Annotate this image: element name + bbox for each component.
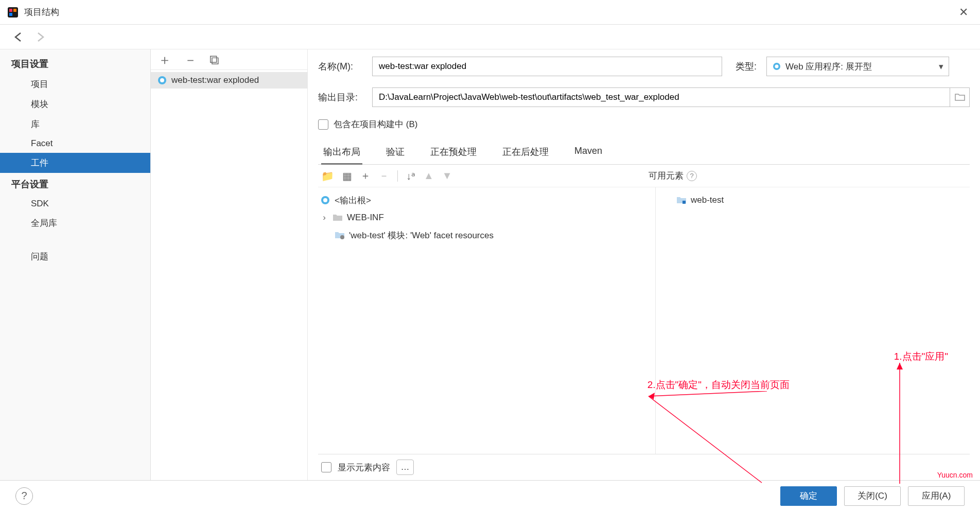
window-close-icon[interactable]: ✕: [955, 6, 972, 19]
output-dir-input[interactable]: [372, 87, 950, 107]
tree-facet-label[interactable]: 'web-test' 模块: 'Web' facet resources: [349, 230, 494, 241]
ok-button[interactable]: 确定: [780, 486, 837, 506]
name-label: 名称(M):: [318, 60, 372, 73]
sidebar-item-modules[interactable]: 模块: [0, 94, 150, 114]
back-arrow-icon[interactable]: [12, 31, 25, 43]
artifact-list-label: web-test:war exploded: [171, 75, 259, 85]
help-icon[interactable]: ?: [687, 171, 697, 181]
layout-toolbar: 📁 ▦ ＋ － ↓ᵃ ▲ ▼ 可用元素 ?: [318, 165, 970, 187]
type-label: 类型:: [736, 60, 766, 73]
name-input[interactable]: [372, 57, 722, 76]
folder-icon: [332, 213, 343, 223]
available-elements-label: 可用元素: [649, 170, 684, 182]
show-content-label: 显示元素内容: [338, 462, 390, 473]
add-copy-icon[interactable]: ＋: [360, 169, 371, 183]
available-elements-header: 可用元素 ?: [649, 170, 970, 182]
tab-output-layout[interactable]: 输出布局: [321, 140, 362, 165]
show-content-checkbox[interactable]: [321, 462, 331, 472]
remove-item-icon[interactable]: －: [379, 169, 389, 183]
new-folder-icon[interactable]: 📁: [321, 170, 334, 182]
artifact-toolbar: ＋ － ⧉: [151, 49, 307, 70]
sidebar-header-platform-settings: 平台设置: [0, 173, 150, 195]
available-tree: web-test: [656, 187, 970, 454]
forward-arrow-icon[interactable]: [34, 31, 46, 43]
copy-icon[interactable]: ⧉: [209, 53, 219, 66]
sidebar: 项目设置 项目 模块 库 Facet 工件 平台设置 SDK 全局库 问题: [0, 49, 151, 480]
sidebar-item-project[interactable]: 项目: [0, 74, 150, 94]
browse-folder-button[interactable]: [950, 87, 970, 107]
facet-folder-icon: [335, 230, 345, 240]
new-archive-icon[interactable]: ▦: [342, 170, 352, 182]
folder-icon: [955, 93, 965, 101]
module-folder-icon: [676, 195, 687, 205]
show-more-button[interactable]: …: [396, 460, 414, 475]
apply-button[interactable]: 应用(A): [908, 486, 965, 506]
type-select[interactable]: Web 应用程序: 展开型 ▾: [766, 57, 949, 76]
sidebar-item-libraries[interactable]: 库: [0, 114, 150, 134]
svg-point-10: [340, 235, 344, 239]
web-artifact-icon: [157, 75, 167, 85]
move-down-icon[interactable]: ▼: [442, 170, 452, 182]
chevron-down-icon: ▾: [939, 61, 943, 72]
output-tree: <输出根> › WEB-INF 'web-test' 模块: 'Web' fac…: [318, 187, 656, 454]
sort-icon[interactable]: ↓ᵃ: [406, 170, 415, 182]
sidebar-item-facet[interactable]: Facet: [0, 134, 150, 153]
output-dir-label: 输出目录:: [318, 91, 372, 103]
content-panel: 名称(M): 类型: Web 应用程序: 展开型 ▾ 输出目录: 包含在项目构建…: [308, 49, 980, 480]
svg-rect-3: [9, 13, 12, 16]
svg-rect-2: [13, 9, 16, 12]
svg-point-7: [775, 65, 779, 68]
tree-webinf-label[interactable]: WEB-INF: [347, 213, 384, 223]
tabs: 输出布局 验证 正在预处理 正在后处理 Maven: [318, 140, 970, 165]
include-build-checkbox[interactable]: [318, 119, 328, 130]
type-value: Web 应用程序: 展开型: [785, 61, 872, 73]
watermark: Yuucn.com: [937, 471, 973, 479]
nav-row: [0, 25, 980, 49]
web-type-icon: [772, 62, 781, 71]
sidebar-header-project-settings: 项目设置: [0, 52, 150, 74]
titlebar: 项目结构 ✕: [0, 0, 980, 25]
remove-icon[interactable]: －: [184, 53, 197, 66]
tab-preprocess[interactable]: 正在预处理: [428, 140, 479, 164]
close-button[interactable]: 关闭(C): [844, 486, 901, 506]
svg-point-5: [160, 78, 164, 82]
artifact-list-panel: ＋ － ⧉ web-test:war exploded: [151, 49, 308, 480]
root-icon: [320, 195, 330, 205]
svg-rect-1: [9, 9, 12, 12]
svg-point-9: [323, 198, 327, 202]
sidebar-item-artifacts[interactable]: 工件: [0, 153, 150, 173]
svg-rect-11: [682, 201, 686, 204]
tab-validate[interactable]: 验证: [384, 140, 407, 164]
chevron-right-icon[interactable]: ›: [320, 213, 328, 223]
intellij-logo-icon: [8, 7, 18, 17]
move-up-icon[interactable]: ▲: [424, 170, 434, 182]
footer: ? 确定 关闭(C) 应用(A): [0, 480, 980, 511]
tab-maven[interactable]: Maven: [572, 140, 604, 164]
tab-postprocess[interactable]: 正在后处理: [500, 140, 551, 164]
help-button[interactable]: ?: [15, 487, 33, 505]
artifact-list-item[interactable]: web-test:war exploded: [151, 72, 307, 89]
include-build-label: 包含在项目构建中 (B): [334, 118, 417, 130]
tree-root-label[interactable]: <输出根>: [335, 195, 371, 206]
add-icon[interactable]: ＋: [158, 53, 171, 66]
sidebar-item-problems[interactable]: 问题: [0, 246, 150, 267]
sidebar-item-sdk[interactable]: SDK: [0, 195, 150, 213]
window-title: 项目结构: [24, 6, 59, 18]
available-tree-label[interactable]: web-test: [691, 195, 724, 205]
sidebar-item-global-libs[interactable]: 全局库: [0, 213, 150, 233]
